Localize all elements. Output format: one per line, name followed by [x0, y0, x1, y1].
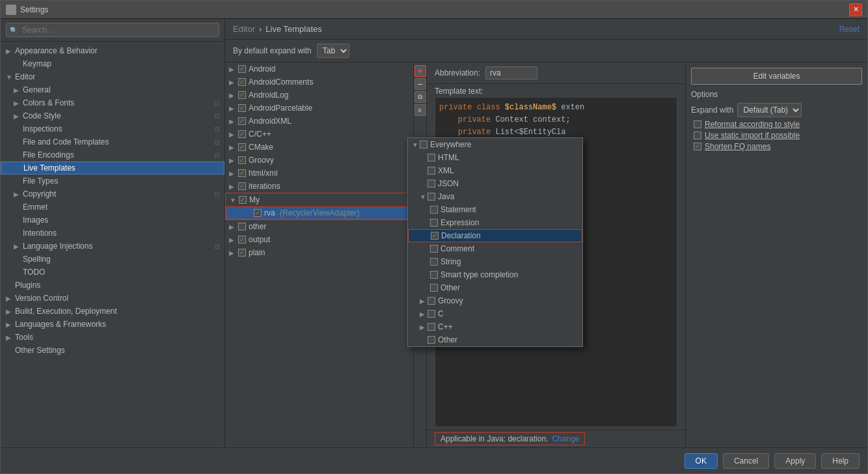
reformat-checkbox[interactable]: [694, 120, 701, 128]
popup-xml[interactable]: XML: [408, 164, 582, 177]
expand-with-select[interactable]: Default (Tab): [737, 103, 802, 117]
shorten-fq-checkbox[interactable]: [694, 143, 701, 150]
popup-java-other-cb[interactable]: [430, 284, 438, 292]
popup-smart-cb[interactable]: [430, 271, 438, 279]
popup-other-cb[interactable]: [427, 336, 435, 344]
copy-button[interactable]: ⧉: [414, 91, 426, 103]
popup-html[interactable]: HTML: [408, 151, 582, 164]
popup-everywhere[interactable]: Everywhere: [408, 138, 582, 151]
sidebar-item-plugins[interactable]: Plugins: [1, 279, 224, 292]
popup-java-cb[interactable]: [427, 193, 435, 201]
group-checkbox[interactable]: [238, 104, 246, 112]
popup-comment-cb[interactable]: [430, 245, 438, 253]
popup-declaration-cb[interactable]: [431, 232, 439, 240]
sidebar-item-editor[interactable]: Editor: [1, 70, 224, 83]
group-checkbox[interactable]: [238, 130, 246, 138]
popup-statement-cb[interactable]: [430, 206, 438, 214]
popup-string[interactable]: String: [408, 255, 582, 268]
popup-expression-cb[interactable]: [430, 219, 438, 227]
template-group-other[interactable]: other: [225, 220, 414, 233]
edit-variables-button[interactable]: Edit variables: [691, 68, 862, 85]
template-group-htmlxml[interactable]: html/xml: [225, 167, 414, 180]
popup-other[interactable]: Other: [408, 333, 582, 346]
template-group-cmake[interactable]: CMake: [225, 141, 414, 154]
popup-everywhere-cb[interactable]: [420, 141, 427, 148]
popup-json[interactable]: JSON: [408, 177, 582, 190]
sidebar-item-spelling[interactable]: Spelling: [1, 253, 224, 266]
item-checkbox[interactable]: [254, 209, 262, 217]
group-checkbox[interactable]: [238, 156, 246, 164]
popup-json-cb[interactable]: [427, 180, 435, 188]
group-checkbox[interactable]: [238, 169, 246, 177]
template-group-output[interactable]: output: [225, 233, 414, 246]
sidebar-item-build[interactable]: Build, Execution, Deployment: [1, 305, 224, 318]
template-group-iterations[interactable]: iterations: [225, 180, 414, 193]
popup-html-cb[interactable]: [427, 154, 435, 161]
sidebar-item-todo[interactable]: TODO: [1, 266, 224, 279]
apply-button[interactable]: Apply: [774, 453, 816, 469]
popup-string-cb[interactable]: [430, 258, 438, 266]
sidebar-item-file-templates[interactable]: File and Code Templates ⊡: [1, 135, 224, 148]
sidebar-item-other-settings[interactable]: Other Settings: [1, 344, 224, 357]
group-checkbox[interactable]: [238, 78, 246, 86]
group-checkbox[interactable]: [238, 91, 246, 99]
template-group-android[interactable]: Android: [225, 63, 414, 76]
template-group-groovy[interactable]: Groovy: [225, 154, 414, 167]
popup-cpp[interactable]: C++: [408, 320, 582, 333]
template-group-androidparcelable[interactable]: AndroidParcelable: [225, 102, 414, 115]
group-checkbox[interactable]: [238, 249, 246, 257]
template-group-androidcomments[interactable]: AndroidComments: [225, 76, 414, 89]
popup-statement[interactable]: Statement: [408, 203, 582, 216]
template-group-androidxml[interactable]: AndroidXML: [225, 115, 414, 128]
sidebar-item-general[interactable]: General: [1, 83, 224, 96]
group-checkbox[interactable]: [238, 117, 246, 125]
sidebar-item-version-control[interactable]: Version Control: [1, 292, 224, 305]
sidebar-item-intentions[interactable]: Intentions: [1, 227, 224, 240]
close-button[interactable]: ✕: [849, 3, 862, 16]
expand-select[interactable]: Tab: [317, 44, 349, 58]
group-checkbox[interactable]: [238, 143, 246, 151]
popup-declaration[interactable]: Declaration: [408, 229, 582, 242]
abbreviation-input[interactable]: [485, 66, 537, 79]
popup-java[interactable]: Java: [408, 190, 582, 203]
template-group-androidlog[interactable]: AndroidLog: [225, 89, 414, 102]
popup-c[interactable]: C: [408, 307, 582, 320]
sidebar-item-keymap[interactable]: Keymap: [1, 57, 224, 70]
sidebar-item-code-style[interactable]: Code Style ⊡: [1, 109, 224, 122]
template-group-cpp[interactable]: C/C++: [225, 128, 414, 141]
move-button[interactable]: ≡: [414, 104, 426, 116]
template-group-my[interactable]: My: [226, 193, 413, 206]
sidebar-item-file-types[interactable]: File Types: [1, 174, 224, 188]
sidebar-item-language-injections[interactable]: Language Injections ⊡: [1, 240, 224, 253]
help-button[interactable]: Help: [821, 453, 860, 469]
static-import-checkbox[interactable]: [694, 132, 701, 139]
popup-expression[interactable]: Expression: [408, 216, 582, 229]
popup-cpp-cb[interactable]: [427, 323, 435, 331]
template-rva[interactable]: rva (RecyclerViewAdapter): [226, 206, 413, 219]
sidebar-item-inspections[interactable]: Inspections ⊡: [1, 122, 224, 135]
sidebar-item-languages[interactable]: Languages & Frameworks: [1, 318, 224, 331]
sidebar-item-emmet[interactable]: Emmet: [1, 201, 224, 214]
sidebar-item-images[interactable]: Images: [1, 214, 224, 227]
context-dropdown[interactable]: Everywhere HTML XML: [407, 137, 583, 347]
sidebar-item-copyright[interactable]: Copyright ⊡: [1, 188, 224, 201]
sidebar-item-file-encodings[interactable]: File Encodings ⊡: [1, 148, 224, 161]
popup-groovy-cb[interactable]: [427, 297, 435, 305]
group-checkbox[interactable]: [238, 182, 246, 190]
sidebar-item-live-templates[interactable]: Live Templates: [1, 161, 224, 174]
change-link[interactable]: Change: [552, 434, 579, 443]
group-checkbox[interactable]: [239, 196, 247, 204]
search-input[interactable]: [6, 23, 219, 37]
popup-groovy[interactable]: Groovy: [408, 294, 582, 307]
sidebar-item-appearance[interactable]: Appearance & Behavior: [1, 44, 224, 57]
sidebar-item-colors[interactable]: Colors & Fonts ⊡: [1, 96, 224, 109]
popup-smart-type[interactable]: Smart type completion: [408, 268, 582, 281]
popup-c-cb[interactable]: [427, 310, 435, 318]
group-checkbox[interactable]: [238, 65, 246, 73]
group-checkbox[interactable]: [238, 236, 246, 244]
group-checkbox[interactable]: [238, 223, 246, 230]
add-button[interactable]: +: [414, 65, 426, 77]
popup-java-other[interactable]: Other: [408, 281, 582, 294]
sidebar-item-tools[interactable]: Tools: [1, 331, 224, 344]
remove-button[interactable]: −: [414, 78, 426, 90]
